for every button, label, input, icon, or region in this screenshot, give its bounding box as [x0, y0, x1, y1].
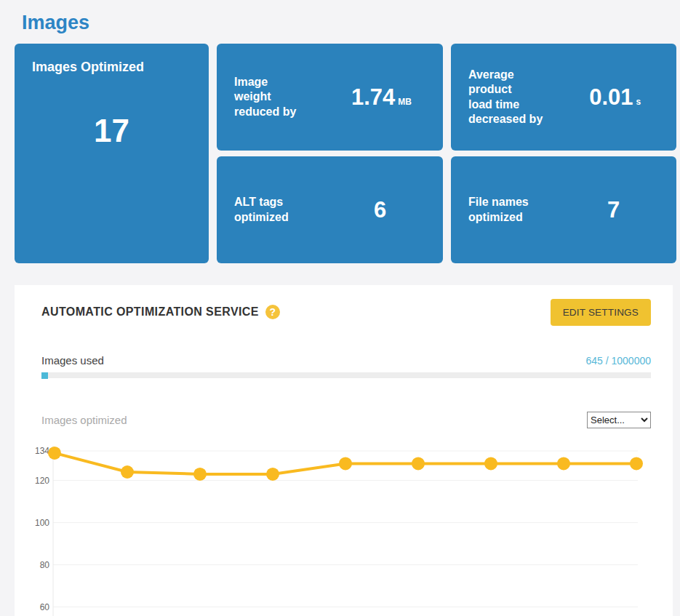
- stat-label: Image weight reduced by: [234, 75, 337, 119]
- svg-text:80: 80: [40, 559, 50, 569]
- stat-value: 0.01: [589, 84, 633, 110]
- images-used-count: 645 / 1000000: [585, 355, 651, 367]
- stat-unit: s: [636, 97, 641, 107]
- svg-text:134: 134: [35, 446, 49, 456]
- usage-progress-fill: [41, 372, 48, 379]
- stat-card-alt-tags: ALT tags optimized 6: [217, 156, 443, 263]
- stat-value: 17: [32, 113, 191, 149]
- stat-card-load-time: Average product load time decreased by 0…: [451, 44, 676, 151]
- stat-value: 1.74: [351, 84, 395, 110]
- svg-text:60: 60: [40, 601, 50, 612]
- images-used-label: Images used: [41, 354, 104, 367]
- stat-label: ALT tags optimized: [234, 195, 337, 225]
- chart-header: Images optimized Select...: [41, 412, 651, 428]
- usage-row: Images used 645 / 1000000: [41, 354, 651, 367]
- line-chart-svg: 1341201008060: [29, 441, 662, 616]
- period-select[interactable]: Select...: [587, 412, 651, 428]
- stat-label: Images Optimized: [32, 60, 191, 75]
- automatic-optimization-panel: AUTOMATIC OPTIMIZATION SERVICE ? EDIT SE…: [15, 285, 673, 616]
- svg-text:100: 100: [35, 517, 49, 527]
- stat-value: 7: [607, 197, 620, 223]
- stat-card-image-weight: Image weight reduced by 1.74MB: [217, 44, 443, 151]
- stat-unit: MB: [398, 97, 412, 107]
- edit-settings-button[interactable]: EDIT SETTINGS: [551, 299, 651, 326]
- svg-text:120: 120: [35, 475, 49, 485]
- stat-card-file-names: File names optimized 7: [451, 156, 676, 263]
- stat-label: Average product load time decreased by: [468, 68, 571, 127]
- usage-progress-bar: [41, 372, 651, 378]
- panel-title: AUTOMATIC OPTIMIZATION SERVICE: [41, 305, 259, 319]
- optimization-chart: 1341201008060: [29, 441, 662, 616]
- help-icon[interactable]: ?: [265, 305, 280, 319]
- page-title: Images: [22, 12, 89, 34]
- stat-card-images-optimized: Images Optimized 17: [15, 44, 209, 263]
- panel-header: AUTOMATIC OPTIMIZATION SERVICE ? EDIT SE…: [41, 299, 651, 325]
- stat-label: File names optimized: [468, 195, 571, 225]
- stat-value: 6: [374, 197, 386, 223]
- images-optimized-label: Images optimized: [41, 414, 127, 426]
- stats-grid: Images Optimized 17 Image weight reduced…: [15, 44, 676, 263]
